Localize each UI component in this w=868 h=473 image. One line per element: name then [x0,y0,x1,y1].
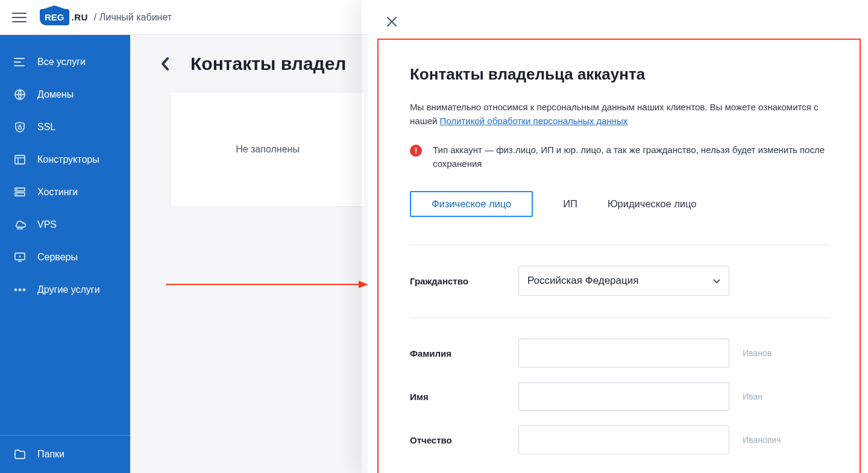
sidebar-item-vps[interactable]: VPS [0,208,130,241]
svg-rect-2 [15,155,25,164]
folder-icon [13,448,27,461]
panel-title: Контакты владельца аккаунта [410,65,828,84]
shield-lock-icon [13,121,27,134]
sidebar: Все услуги Домены SSL Конструкторы [0,35,130,473]
citizenship-label: Гражданство [410,276,518,286]
logo-badge: REG [40,9,69,25]
sidebar-item-builders[interactable]: Конструкторы [0,143,130,176]
svg-marker-13 [359,281,368,288]
chevron-down-icon [713,275,720,287]
first-name-hint: Иван [743,392,763,401]
sidebar-item-other[interactable]: Другие услуги [0,274,130,306]
citizenship-select[interactable]: Российская Федерация [518,266,729,296]
tab-ip[interactable]: ИП [563,191,577,217]
svg-point-5 [16,189,17,190]
patronymic-label: Отчество [410,435,518,445]
alert-icon: ! [410,145,422,157]
sidebar-item-label: Конструкторы [37,154,99,165]
server-rack-icon [13,186,27,199]
svg-point-6 [16,194,17,195]
tab-legal-entity[interactable]: Юридическое лицо [608,191,697,217]
last-name-hint: Иванов [743,348,772,358]
breadcrumb: / Личный кабинет [94,12,172,23]
logo-suffix: .RU [72,12,88,22]
last-name-input[interactable] [518,339,729,368]
sidebar-item-label: SSL [37,122,55,133]
svg-rect-1 [19,127,22,129]
svg-point-10 [19,289,21,291]
cloud-server-icon [13,218,27,231]
patronymic-input[interactable] [518,425,729,454]
sidebar-item-label: Папки [37,449,64,460]
sidebar-item-label: VPS [37,219,57,230]
first-name-input[interactable] [518,382,729,411]
privacy-policy-link[interactable]: Политикой обработки персональных данных [440,116,628,126]
annotation-arrow [166,280,365,281]
sidebar-item-servers[interactable]: Серверы [0,241,130,274]
sidebar-item-label: Другие услуги [37,284,100,295]
back-button[interactable] [154,53,176,75]
empty-state-text: Не заполнены [236,144,300,154]
dots-icon [13,283,27,296]
page-title: Контакты владел [190,54,346,74]
sidebar-item-label: Хостинги [37,187,78,198]
close-button[interactable] [383,13,400,30]
empty-state-card: Не заполнены [171,93,364,206]
last-name-label: Фамилия [410,348,518,359]
panel-description: Мы внимательно относимся к персональным … [410,101,828,128]
hamburger-icon[interactable] [12,13,27,22]
alert-text: Тип аккаунт — физ.лицо, ИП и юр. лицо, а… [433,143,828,171]
slideover-panel: Контакты владельца аккаунта Мы вниматель… [368,0,868,473]
sidebar-item-folders[interactable]: Папки [0,436,130,473]
monitor-icon [13,251,27,264]
logo[interactable]: REG .RU [40,9,88,25]
sidebar-item-label: Серверы [37,252,78,263]
sidebar-item-ssl[interactable]: SSL [0,111,130,143]
citizenship-value: Российская Федерация [527,275,638,287]
patronymic-hint: Иванович [743,435,781,445]
account-type-tabs: Физическое лицо ИП Юридическое лицо [410,191,828,217]
list-icon [13,55,27,69]
sidebar-item-label: Все услуги [37,57,86,67]
svg-point-9 [14,289,17,291]
svg-point-11 [23,289,25,291]
sidebar-item-domains[interactable]: Домены [0,78,130,111]
sidebar-item-all-services[interactable]: Все услуги [0,46,130,78]
sidebar-item-hosting[interactable]: Хостинги [0,176,130,208]
tab-individual[interactable]: Физическое лицо [410,191,533,217]
first-name-label: Имя [410,392,518,402]
svg-point-8 [19,256,20,257]
sidebar-item-label: Домены [37,89,74,100]
layout-icon [13,153,27,166]
alert-banner: ! Тип аккаунт — физ.лицо, ИП и юр. лицо,… [410,143,828,171]
globe-icon [13,88,27,101]
